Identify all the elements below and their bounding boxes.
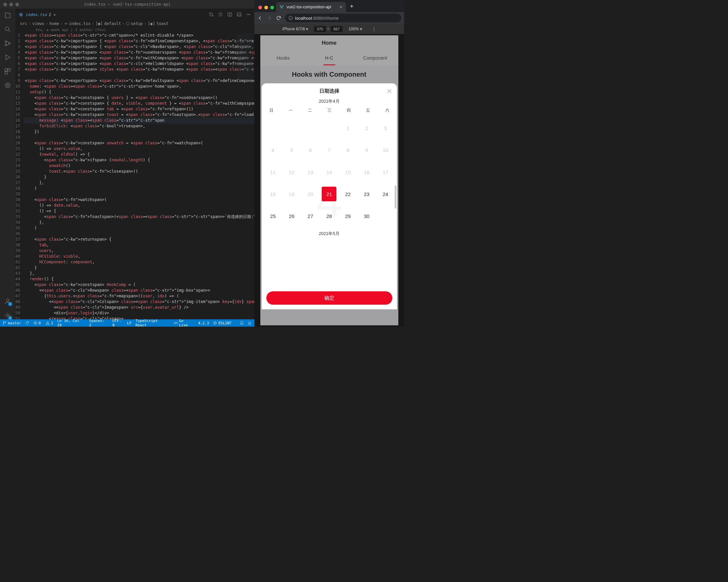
tab-hc[interactable]: H-C <box>306 51 352 65</box>
status-feedback-icon[interactable] <box>240 321 244 325</box>
crumb-toast[interactable]: toast <box>156 21 168 26</box>
status-language[interactable]: TypeScript React <box>136 319 170 327</box>
svg-rect-5 <box>8 69 10 71</box>
react-icon <box>19 12 23 17</box>
crumb-default[interactable]: default <box>104 21 121 26</box>
settings-gear-icon[interactable]: 1 <box>4 311 12 319</box>
viewport-height-input[interactable] <box>331 26 343 32</box>
zoom-window-icon[interactable] <box>15 3 19 6</box>
status-problems[interactable]: 0 1 <box>33 321 53 325</box>
devtools-device-bar: iPhone 6/7/8 ▾ × 100% ▾ ⋮ <box>254 24 404 34</box>
calendar-day[interactable]: 23 <box>357 187 376 201</box>
source-control-icon[interactable] <box>4 39 12 47</box>
calendar-day[interactable]: 21 <box>320 187 338 201</box>
macos-traffic-lights[interactable] <box>3 3 19 6</box>
svg-point-9 <box>6 299 9 301</box>
close-tab-icon[interactable]: ✕ <box>53 12 56 17</box>
calendar-day: 18 <box>264 187 282 201</box>
vue-icon <box>279 5 284 9</box>
calendar-day[interactable]: 22 <box>339 187 357 201</box>
status-encoding[interactable]: UTF-8 <box>112 319 123 327</box>
url-text: localhost:8080/#/home <box>295 16 339 21</box>
crumb-setup[interactable]: setup <box>131 21 143 26</box>
calendar-day[interactable]: 28 <box>320 209 338 223</box>
devtools-more-icon[interactable]: ⋮ <box>372 27 376 31</box>
status-eslint[interactable]: ESLINT <box>213 321 232 325</box>
calendar-day: 19 <box>282 187 301 201</box>
close-tab-icon[interactable]: ✕ <box>339 5 343 9</box>
calendar-day: 2 <box>357 121 376 135</box>
calendar-day: 11 <box>264 165 282 179</box>
status-bell-icon[interactable] <box>248 321 252 325</box>
address-bar[interactable]: localhost:8080/#/home <box>285 14 401 22</box>
layout-panel-icon[interactable] <box>236 12 242 17</box>
calendar-scrollbar[interactable] <box>395 185 396 209</box>
calendar-next-month-label: 2021年5月 <box>262 225 397 237</box>
browser-tab[interactable]: vue2-tsx-composition-api ✕ <box>276 2 346 12</box>
svg-point-31 <box>240 322 243 325</box>
explorer-icon[interactable] <box>4 11 12 19</box>
status-cursor[interactable]: Ln 16, Col 29 <box>57 319 85 327</box>
close-icon[interactable]: ✕ <box>387 87 392 95</box>
calendar-day: 14 <box>320 165 338 179</box>
status-sync[interactable] <box>25 321 29 325</box>
status-branch[interactable]: master <box>3 321 21 325</box>
account-icon[interactable]: 1 <box>4 297 12 305</box>
calendar-day: 17 <box>376 165 395 179</box>
git-compare-icon[interactable] <box>208 12 214 17</box>
zoom-picker[interactable]: 100% ▾ <box>349 27 362 31</box>
weekday-label: 六 <box>378 108 397 113</box>
account-badge: 1 <box>8 302 12 306</box>
calendar-day[interactable]: 30 <box>357 209 376 223</box>
status-ts-version[interactable]: 4.2.3 <box>198 321 209 325</box>
reload-icon[interactable] <box>276 15 282 21</box>
search-icon[interactable] <box>4 25 12 33</box>
crumb-src[interactable]: src <box>20 21 27 26</box>
calendar-day: 1 <box>339 121 357 135</box>
confirm-button[interactable]: 确定 <box>266 291 392 305</box>
codelens[interactable]: You, a week ago | 1 author (You) <box>15 27 254 33</box>
close-window-icon[interactable] <box>258 6 262 9</box>
weekday-label: 二 <box>300 108 320 113</box>
calendar-day[interactable]: 25 <box>264 209 282 223</box>
calendar-day[interactable]: 27 <box>301 209 320 223</box>
crumb-file[interactable]: index.tsx <box>69 21 90 26</box>
crumb-home[interactable]: home <box>49 21 59 26</box>
minimize-window-icon[interactable] <box>264 6 268 9</box>
minimize-window-icon[interactable] <box>9 3 13 6</box>
status-golive[interactable]: Go Live <box>174 319 194 327</box>
calendar-day: 20 <box>301 187 320 201</box>
zoom-window-icon[interactable] <box>270 6 274 9</box>
calendar-day[interactable]: 26 <box>282 209 301 223</box>
calendar-day[interactable]: 24 <box>376 187 395 201</box>
svg-point-7 <box>5 83 10 88</box>
split-editor-icon[interactable] <box>227 12 232 17</box>
svg-point-29 <box>175 323 176 324</box>
status-eol[interactable]: LF <box>127 321 131 325</box>
calendar-grid: 1234567891011121314151617181920212223242… <box>262 115 397 225</box>
minimap[interactable] <box>237 33 253 80</box>
new-tab-button[interactable]: + <box>346 3 358 12</box>
calendar-day[interactable]: 29 <box>339 209 357 223</box>
code-area[interactable]: <span class=<span class="c-str">"c-cmt"s… <box>25 33 254 319</box>
calendar-day: 16 <box>357 165 376 179</box>
viewport-width-input[interactable] <box>314 26 326 32</box>
editor-tab[interactable]: index.tsx 1 ✕ <box>15 9 59 20</box>
revert-icon[interactable] <box>218 12 223 17</box>
line-number-gutter: 1234567891011121314151617181920212223242… <box>15 33 25 319</box>
device-picker[interactable]: iPhone 6/7/8 ▾ <box>282 27 308 31</box>
crumb-views[interactable]: views <box>32 21 44 26</box>
run-debug-icon[interactable] <box>4 53 12 61</box>
calendar-day: 5 <box>282 143 301 157</box>
more-icon[interactable] <box>246 12 251 17</box>
forward-icon[interactable] <box>266 15 272 21</box>
extensions-icon[interactable] <box>4 67 12 75</box>
target-icon[interactable] <box>4 81 12 89</box>
status-spaces[interactable]: Spaces: 2 <box>89 319 108 327</box>
tab-modified: 1 <box>48 12 51 17</box>
breadcrumbs[interactable]: src› views› home› index.tsx› [◉] default… <box>15 20 254 27</box>
chrome-traffic-lights[interactable] <box>257 8 276 12</box>
close-window-icon[interactable] <box>3 3 7 6</box>
chrome-toolbar: localhost:8080/#/home <box>254 12 404 24</box>
back-icon[interactable] <box>257 15 263 21</box>
